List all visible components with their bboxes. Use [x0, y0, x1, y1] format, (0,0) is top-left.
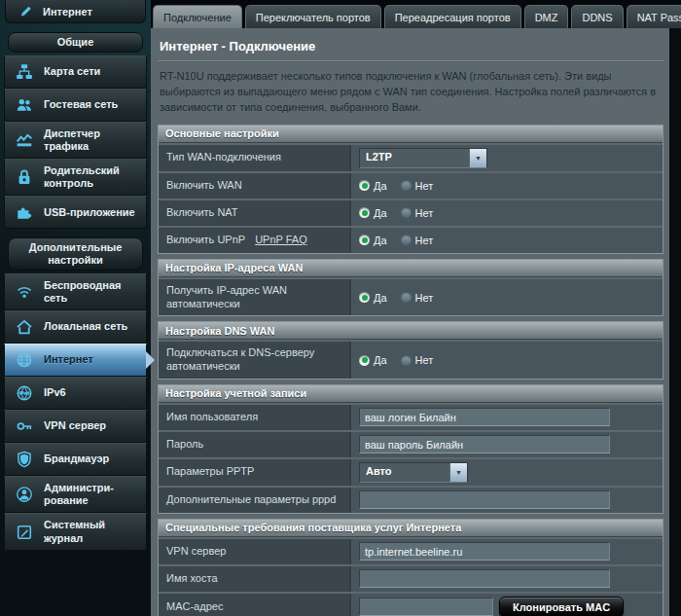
field-label: Параметры PPTP — [159, 459, 351, 486]
sidebar-item-label: USB-приложение — [44, 206, 135, 219]
radio-label: Нет — [415, 292, 434, 304]
wan-type-selected-value: L2TP — [360, 149, 469, 167]
sidebar-item-vpn-server[interactable]: VPN сервер — [4, 410, 147, 443]
sidebar-item-ipv6[interactable]: IPv6 IPv6 — [4, 377, 147, 410]
row-password: Пароль — [159, 432, 663, 457]
radio-on-icon — [359, 235, 370, 245]
row-wan-type: Тип WAN-подключения L2TP — [159, 145, 663, 171]
pptp-options-select[interactable]: Авто — [359, 462, 468, 483]
radio-on-icon — [359, 292, 370, 303]
sidebar-item-wireless[interactable]: Беспроводная сеть — [4, 273, 147, 310]
enable-wan-yes-radio[interactable]: Да — [359, 180, 387, 192]
row-auto-dns: Подключаться к DNS-серверу автоматически… — [159, 342, 663, 379]
sidebar-item-label: Интернет — [44, 353, 93, 366]
internet-globe-icon — [13, 351, 36, 369]
sidebar-item-network-map[interactable]: Карта сети — [4, 55, 147, 89]
sidebar-item-parental-control[interactable]: Родительский контроль — [4, 159, 147, 196]
sidebar-item-label: Беспроводная сеть — [44, 279, 144, 305]
sidebar-item-system-log[interactable]: Системный журнал — [4, 513, 147, 550]
clone-mac-button[interactable]: Клонировать MAC — [499, 597, 624, 616]
row-enable-wan: Включить WAN Да Нет — [159, 173, 663, 199]
vpn-key-icon — [13, 417, 36, 435]
network-map-icon — [13, 63, 36, 81]
sidebar-item-label: Локальная сеть — [44, 320, 127, 333]
field-label: Получить IP-адрес WAN автоматически — [159, 279, 351, 316]
auto-ip-yes-radio[interactable]: Да — [359, 292, 387, 304]
radio-off-icon — [401, 180, 412, 191]
chevron-down-icon[interactable] — [449, 463, 467, 482]
section-header: Настройка DNS WAN — [159, 322, 663, 340]
field-label: Подключаться к DNS-серверу автоматически — [159, 342, 351, 379]
sidebar-item-wan-internet[interactable]: Интернет — [4, 344, 147, 377]
admin-person-icon — [13, 486, 36, 503]
sidebar-item-traffic-manager[interactable]: Диспетчер трафика — [4, 122, 147, 159]
tab-ddns[interactable]: DDNS — [571, 5, 623, 28]
radio-on-icon — [359, 180, 370, 191]
tab-nat-passthrough[interactable]: NAT Passthrough — [627, 5, 681, 28]
sidebar-item-administration[interactable]: Администри-рование — [4, 476, 147, 513]
sidebar-menu-advanced: Беспроводная сеть Локальная сеть Интерне… — [4, 273, 147, 551]
field-label: Имя хоста — [159, 566, 351, 592]
tab-port-trigger[interactable]: Переключатель портов — [245, 5, 381, 28]
upnp-faq-link[interactable]: UPnP FAQ — [255, 234, 307, 247]
sidebar-item-label: Интернет — [43, 6, 92, 18]
radio-label: Нет — [415, 180, 434, 192]
row-username: Имя пользователя — [159, 405, 663, 430]
field-label: Пароль — [159, 432, 351, 457]
sidebar-item-quick-internet-setup[interactable]: Интернет — [5, 0, 146, 23]
mac-address-input[interactable] — [359, 598, 493, 616]
radio-label: Нет — [415, 235, 434, 246]
username-input[interactable] — [359, 408, 610, 426]
lan-house-icon — [13, 318, 36, 336]
field-label: Тип WAN-подключения — [159, 145, 351, 171]
vpn-server-input[interactable] — [359, 542, 610, 561]
enable-nat-no-radio[interactable]: Нет — [401, 207, 434, 219]
title-divider — [158, 60, 663, 62]
sidebar-item-lan[interactable]: Локальная сеть — [4, 310, 147, 344]
main-area: Подключение Переключатель портов Переадр… — [151, 0, 681, 616]
parental-control-icon — [13, 168, 36, 186]
sidebar-menu-general: Карта сети Гостевая сеть Диспетчер трафи… — [4, 55, 147, 230]
enable-nat-yes-radio[interactable]: Да — [359, 207, 387, 219]
sidebar-item-guest-network[interactable]: Гостевая сеть — [4, 89, 147, 122]
field-label: Включить UPnP — [166, 234, 245, 247]
tab-port-forwarding[interactable]: Переадресация портов — [384, 5, 521, 28]
radio-off-icon — [401, 207, 412, 218]
password-input[interactable] — [359, 435, 610, 453]
qis-pencil-icon — [18, 4, 33, 18]
enable-wan-no-radio[interactable]: Нет — [401, 180, 434, 192]
sidebar-item-firewall[interactable]: Брандмауэр — [4, 443, 147, 476]
row-pppd-options: Дополнительные параметры pppd — [159, 488, 663, 513]
content-panel: Интернет - Подключение RT-N10U поддержив… — [151, 28, 681, 616]
sidebar-item-usb-application[interactable]: USB-приложение — [4, 196, 147, 229]
traffic-manager-icon — [13, 131, 36, 149]
tab-connection[interactable]: Подключение — [153, 5, 242, 28]
auto-dns-no-radio[interactable]: Нет — [401, 354, 434, 366]
section-header: Специальные требования поставщика услуг … — [159, 520, 663, 537]
sidebar-item-label: Брандмауэр — [44, 453, 109, 465]
wan-type-select[interactable]: L2TP — [359, 148, 487, 168]
hostname-input[interactable] — [359, 569, 610, 588]
sidebar-item-label: Администри-рование — [44, 482, 144, 507]
sidebar-item-label: VPN сервер — [44, 419, 106, 432]
sidebar-item-label: Системный журнал — [44, 519, 144, 544]
row-enable-upnp: Включить UPnP UPnP FAQ Да Нет — [159, 228, 663, 253]
auto-dns-yes-radio[interactable]: Да — [359, 354, 387, 366]
enable-upnp-yes-radio[interactable]: Да — [359, 235, 387, 246]
sidebar-item-label: IPv6 — [44, 386, 66, 399]
pptp-selected-value: Авто — [360, 463, 449, 482]
row-pptp-options: Параметры PPTP Авто — [159, 459, 663, 486]
field-label: Дополнительные параметры pppd — [159, 488, 351, 513]
section-header: Настройка учетной записи — [159, 385, 663, 403]
pppd-options-input[interactable] — [359, 490, 610, 509]
tab-dmz[interactable]: DMZ — [524, 5, 569, 28]
chevron-down-icon[interactable] — [469, 149, 486, 167]
section-account: Настройка учетной записи Имя пользовател… — [158, 384, 663, 514]
syslog-icon — [13, 524, 36, 541]
section-header: Настройка IP-адреса WAN — [159, 260, 663, 277]
sidebar-item-label: Гостевая сеть — [44, 98, 118, 111]
auto-ip-no-radio[interactable]: Нет — [401, 292, 434, 304]
enable-upnp-no-radio[interactable]: Нет — [401, 235, 434, 246]
router-admin-window: Интернет Общие Карта сети Гостевая сеть — [0, 0, 681, 616]
section-wan-ip: Настройка IP-адреса WAN Получить IP-адре… — [158, 259, 663, 317]
